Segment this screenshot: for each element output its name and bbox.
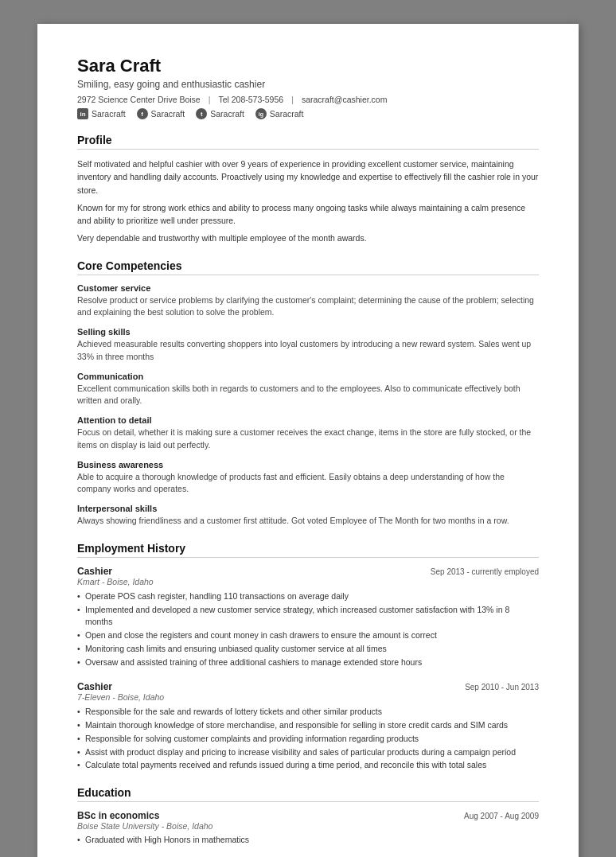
linkedin-label: Saracraft — [92, 109, 126, 119]
education-title: Education — [77, 786, 539, 802]
separator-1: | — [209, 95, 211, 104]
job-company-0: Kmart - Boise, Idaho — [77, 577, 539, 586]
email: saracraft@cashier.com — [302, 95, 388, 104]
edu-bullets-0: Graduated with High Honors in mathematic… — [77, 834, 539, 847]
job-bullet-1-1: Maintain thorough knowledge of store mer… — [77, 719, 539, 732]
linkedin-icon: in — [77, 108, 88, 119]
competency-desc-1: Achieved measurable results converting s… — [77, 338, 539, 364]
candidate-name: Sara Craft — [77, 56, 539, 76]
header: Sara Craft Smiling, easy going and enthu… — [77, 56, 539, 119]
edu-bullet-0-0: Graduated with High Honors in mathematic… — [77, 834, 539, 847]
job-kmart: Cashier Sep 2013 - currently employed Km… — [77, 566, 539, 669]
competency-name-1: Selling skills — [77, 327, 539, 337]
competency-name-4: Business awareness — [77, 460, 539, 469]
competency-desc-2: Excellent communication skills both in r… — [77, 383, 539, 408]
competency-attention-detail: Attention to detail Focus on detail, whe… — [77, 415, 539, 452]
edu-header-0: BSc in economics Aug 2007 - Aug 2009 — [77, 810, 539, 821]
twitter-icon: t — [196, 108, 207, 119]
resume-page: Sara Craft Smiling, easy going and enthu… — [37, 24, 579, 857]
instagram-icon: ig — [255, 108, 267, 119]
social-line: in Saracraft f Saracraft t Saracraft ig … — [77, 108, 539, 119]
candidate-tagline: Smiling, easy going and enthusiastic cas… — [77, 79, 539, 90]
competency-name-3: Attention to detail — [77, 415, 539, 425]
job-header-1: Cashier Sep 2010 - Jun 2013 — [77, 681, 539, 692]
separator-2: | — [291, 95, 294, 104]
edu-degree-0: BSc in economics — [77, 810, 159, 821]
address: 2972 Science Center Drive Boise — [77, 95, 201, 104]
contact-line: 2972 Science Center Drive Boise | Tel 20… — [77, 95, 539, 104]
profile-para-2: Known for my for strong work ethics and … — [77, 201, 539, 228]
education-section: Education BSc in economics Aug 2007 - Au… — [77, 786, 539, 847]
job-header-0: Cashier Sep 2013 - currently employed — [77, 566, 539, 577]
competency-desc-4: Able to acquire a thorough knowledge of … — [77, 471, 539, 497]
job-title-0: Cashier — [77, 566, 112, 577]
competency-desc-5: Always showing friendliness and a custom… — [77, 515, 539, 528]
job-bullet-1-4: Calculate total payments received and re… — [77, 759, 539, 772]
edu-school-0: Boise State University - Boise, Idaho — [77, 821, 539, 831]
profile-section: Profile Self motivated and helpful cashi… — [77, 134, 539, 245]
competency-customer-service: Customer service Resolve product or serv… — [77, 283, 539, 320]
employment-title: Employment History — [77, 542, 539, 558]
competency-interpersonal-skills: Interpersonal skills Always showing frie… — [77, 504, 539, 528]
job-bullet-0-4: Oversaw and assisted training of three a… — [77, 656, 539, 669]
job-dates-0: Sep 2013 - currently employed — [431, 567, 539, 576]
job-dates-1: Sep 2010 - Jun 2013 — [465, 683, 539, 691]
job-company-1: 7-Eleven - Boise, Idaho — [77, 692, 539, 702]
social-twitter: t Saracraft — [196, 108, 244, 119]
job-bullet-1-0: Responsible for the sale and rewards of … — [77, 706, 539, 719]
profile-title: Profile — [77, 134, 539, 150]
profile-para-3: Very dependable and trustworthy with mul… — [77, 232, 539, 244]
job-bullet-0-0: Operate POS cash register, handling 110 … — [77, 590, 539, 603]
job-bullets-0: Operate POS cash register, handling 110 … — [77, 590, 539, 669]
competencies-title: Core Competencies — [77, 259, 539, 275]
competency-name-0: Customer service — [77, 283, 539, 293]
competencies-section: Core Competencies Customer service Resol… — [77, 259, 539, 528]
competency-communication: Communication Excellent communication sk… — [77, 372, 539, 408]
job-bullet-0-3: Monitoring cash limits and ensuring unbi… — [77, 643, 539, 656]
profile-para-1: Self motivated and helpful cashier with … — [77, 158, 539, 197]
competency-name-5: Interpersonal skills — [77, 504, 539, 513]
job-bullet-1-2: Responsible for solving customer complai… — [77, 733, 539, 746]
competency-name-2: Communication — [77, 372, 539, 381]
job-bullet-0-1: Implemented and developed a new customer… — [77, 604, 539, 629]
competency-desc-0: Resolve product or service problems by c… — [77, 294, 539, 320]
competency-selling-skills: Selling skills Achieved measurable resul… — [77, 327, 539, 364]
employment-section: Employment History Cashier Sep 2013 - cu… — [77, 542, 539, 772]
job-bullet-0-2: Open and close the registers and count m… — [77, 629, 539, 642]
social-linkedin: in Saracraft — [77, 108, 126, 119]
edu-dates-0: Aug 2007 - Aug 2009 — [464, 812, 539, 820]
job-bullet-1-3: Assist with product display and pricing … — [77, 746, 539, 759]
job-7eleven: Cashier Sep 2010 - Jun 2013 7-Eleven - B… — [77, 681, 539, 772]
job-bullets-1: Responsible for the sale and rewards of … — [77, 706, 539, 772]
facebook-label: Saracraft — [151, 109, 185, 119]
edu-block-0: BSc in economics Aug 2007 - Aug 2009 Boi… — [77, 810, 539, 847]
phone: Tel 208-573-5956 — [218, 95, 283, 104]
competency-business-awareness: Business awareness Able to acquire a tho… — [77, 460, 539, 497]
social-instagram: ig Saracraft — [255, 108, 304, 119]
facebook-icon: f — [137, 108, 148, 119]
twitter-label: Saracraft — [210, 109, 244, 119]
competency-desc-3: Focus on detail, whether it is making su… — [77, 427, 539, 452]
instagram-label: Saracraft — [270, 109, 304, 119]
job-title-1: Cashier — [77, 681, 112, 692]
social-facebook: f Saracraft — [137, 108, 185, 119]
